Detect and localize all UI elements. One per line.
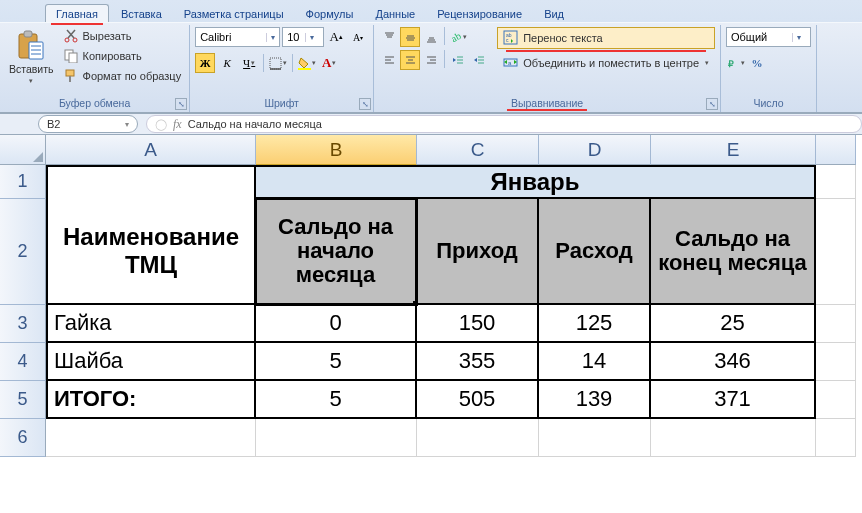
font-size-input[interactable] xyxy=(283,31,305,43)
row-header-3[interactable]: 3 xyxy=(0,305,46,343)
select-all-corner[interactable] xyxy=(0,135,46,165)
cell[interactable] xyxy=(816,199,856,305)
chevron-down-icon[interactable]: ▾ xyxy=(125,120,129,129)
cell[interactable]: Январь xyxy=(256,165,816,199)
shrink-font-button[interactable]: A▾ xyxy=(348,27,368,47)
worksheet[interactable]: 1 2 3 4 5 6 A B C D E Январь Наименовани… xyxy=(0,135,862,457)
circle-icon[interactable]: ◯ xyxy=(155,118,167,131)
brush-icon xyxy=(63,68,79,84)
cell[interactable] xyxy=(46,165,256,199)
cell[interactable]: 505 xyxy=(417,381,539,419)
row-header-6[interactable]: 6 xyxy=(0,419,46,457)
cell[interactable] xyxy=(816,381,856,419)
cell[interactable] xyxy=(816,419,856,457)
cell[interactable]: 346 xyxy=(651,343,816,381)
col-header-c[interactable]: C xyxy=(417,135,539,165)
row-header-1[interactable]: 1 xyxy=(0,165,46,199)
cell[interactable]: 0 xyxy=(256,305,417,343)
align-top-button[interactable] xyxy=(379,27,399,47)
accounting-button[interactable]: ₽ xyxy=(726,53,746,73)
cell[interactable]: 5 xyxy=(256,343,417,381)
cell[interactable]: 150 xyxy=(417,305,539,343)
cell[interactable]: 371 xyxy=(651,381,816,419)
border-button[interactable] xyxy=(268,53,288,73)
percent-button[interactable]: % xyxy=(747,53,767,73)
merge-center-button[interactable]: a Объединить и поместить в центре ▾ xyxy=(497,52,715,74)
formula-input[interactable] xyxy=(188,118,853,130)
cell[interactable]: 25 xyxy=(651,305,816,343)
italic-button[interactable]: К xyxy=(217,53,237,73)
cell[interactable] xyxy=(816,165,856,199)
fx-icon[interactable]: fx xyxy=(173,117,182,132)
underline-button[interactable]: Ч xyxy=(239,53,259,73)
cell[interactable]: 125 xyxy=(539,305,651,343)
chevron-down-icon[interactable]: ▾ xyxy=(305,33,318,42)
col-header-b[interactable]: B xyxy=(256,135,417,165)
clipboard-launcher[interactable]: ⤡ xyxy=(175,98,187,110)
cell[interactable] xyxy=(417,419,539,457)
format-painter-button[interactable]: Формат по образцу xyxy=(60,67,185,85)
tab-data[interactable]: Данные xyxy=(365,5,425,22)
align-left-button[interactable] xyxy=(379,50,399,70)
cell[interactable]: Сальдо на конец месяца xyxy=(651,199,816,305)
decrease-indent-button[interactable] xyxy=(448,50,468,70)
cut-button[interactable]: Вырезать xyxy=(60,27,185,45)
chevron-down-icon[interactable]: ▾ xyxy=(792,33,805,42)
col-header-a[interactable]: A xyxy=(46,135,256,165)
cell[interactable] xyxy=(651,419,816,457)
tab-review[interactable]: Рецензирование xyxy=(427,5,532,22)
copy-label: Копировать xyxy=(83,50,142,62)
cell[interactable] xyxy=(256,419,417,457)
row-header-5[interactable]: 5 xyxy=(0,381,46,419)
number-format-combo[interactable]: ▾ xyxy=(726,27,811,47)
cell[interactable] xyxy=(539,419,651,457)
cell[interactable] xyxy=(816,343,856,381)
col-header-d[interactable]: D xyxy=(539,135,651,165)
copy-button[interactable]: Копировать xyxy=(60,47,185,65)
cell-b2-active[interactable]: Сальдо на начало месяца xyxy=(256,199,417,305)
name-box[interactable]: B2▾ xyxy=(38,115,138,133)
cell[interactable]: Шайба xyxy=(46,343,256,381)
cell[interactable]: 355 xyxy=(417,343,539,381)
orientation-button[interactable]: ab xyxy=(448,27,468,47)
cell[interactable]: Расход xyxy=(539,199,651,305)
font-color-button[interactable]: A xyxy=(319,53,339,73)
align-right-button[interactable] xyxy=(421,50,441,70)
cell[interactable]: 139 xyxy=(539,381,651,419)
tab-insert[interactable]: Вставка xyxy=(111,5,172,22)
align-center-button[interactable] xyxy=(400,50,420,70)
cell[interactable]: Гайка xyxy=(46,305,256,343)
increase-indent-button[interactable] xyxy=(469,50,489,70)
grow-font-button[interactable]: A▴ xyxy=(326,27,346,47)
col-header-f[interactable] xyxy=(816,135,856,165)
cell[interactable]: 14 xyxy=(539,343,651,381)
font-launcher[interactable]: ⤡ xyxy=(359,98,371,110)
chevron-down-icon[interactable]: ▾ xyxy=(266,33,279,42)
cell[interactable]: Приход xyxy=(417,199,539,305)
number-format-input[interactable] xyxy=(727,31,792,43)
tab-view[interactable]: Вид xyxy=(534,5,574,22)
row-header-4[interactable]: 4 xyxy=(0,343,46,381)
ribbon-tabs: Главная Вставка Разметка страницы Формул… xyxy=(0,0,862,22)
bold-button[interactable]: Ж xyxy=(195,53,215,73)
align-middle-button[interactable] xyxy=(400,27,420,47)
cell[interactable]: Наименование ТМЦ xyxy=(46,199,256,305)
align-bottom-button[interactable] xyxy=(421,27,441,47)
font-name-combo[interactable]: ▾ xyxy=(195,27,280,47)
svg-point-7 xyxy=(73,38,77,42)
fill-color-button[interactable] xyxy=(297,53,317,73)
alignment-launcher[interactable]: ⤡ xyxy=(706,98,718,110)
tab-formulas[interactable]: Формулы xyxy=(296,5,364,22)
font-size-combo[interactable]: ▾ xyxy=(282,27,324,47)
row-header-2[interactable]: 2 xyxy=(0,199,46,305)
col-header-e[interactable]: E xyxy=(651,135,816,165)
cell[interactable] xyxy=(816,305,856,343)
wrap-text-button[interactable]: abc Перенос текста xyxy=(497,27,715,49)
font-name-input[interactable] xyxy=(196,31,266,43)
paste-button[interactable]: Вставить ▾ xyxy=(5,27,58,87)
cell[interactable]: 5 xyxy=(256,381,417,419)
cell[interactable]: ИТОГО: xyxy=(46,381,256,419)
tab-home[interactable]: Главная xyxy=(45,4,109,22)
cell[interactable] xyxy=(46,419,256,457)
tab-layout[interactable]: Разметка страницы xyxy=(174,5,294,22)
